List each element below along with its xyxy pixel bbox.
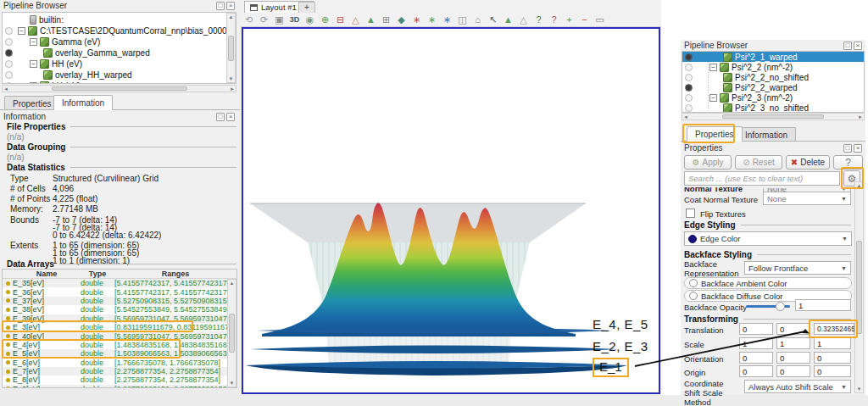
scale-y-field[interactable]: 1	[776, 337, 810, 349]
E_6[eV][interactable]: E_6[eV] double [1.7666735078, 1.76667350…	[3, 359, 236, 367]
tab-information-right[interactable]: Information	[737, 127, 796, 142]
hover-cells-icon[interactable]: △	[517, 14, 530, 26]
pipeline-item[interactable]: − Psi^2_3_no_shifted	[682, 103, 864, 113]
orientation-x-field[interactable]: 0	[739, 352, 773, 364]
pipeline-item[interactable]: − LH (eV)	[3, 81, 236, 84]
visibility-eye-icon[interactable]	[685, 94, 693, 102]
coat-normal-texture-dropdown[interactable]: None▼	[763, 192, 851, 205]
visibility-eye-icon[interactable]	[5, 60, 13, 68]
close-panel-icon[interactable]: ×	[226, 113, 235, 121]
E_40[eV][interactable]: E_40[eV] double [5.56959731047, 5.569597…	[3, 331, 236, 340]
zoom-to-data-icon[interactable]: ⊟	[334, 14, 347, 26]
pipeline-item[interactable]: − Psi^2_2 (nm^-2)	[682, 62, 864, 72]
translation-y-field[interactable]: 0	[776, 323, 810, 335]
toggle-2d-3d-icon[interactable]: 3D	[288, 14, 301, 26]
E_35[eV][interactable]: E_35[eV] double [5.41557742317, 5.415577…	[3, 279, 236, 287]
expander-icon[interactable]: −	[30, 82, 37, 84]
scale-z-field[interactable]: 1	[814, 337, 851, 349]
expander-icon[interactable]: −	[30, 60, 37, 68]
E_8[eV][interactable]: E_8[eV] double [2.2758877354, 2.27588773…	[3, 375, 236, 384]
pipeline-item[interactable]: − overlay_HH_warped	[3, 70, 236, 81]
E_5[eV][interactable]: E_5[eV] double [1.50389066563, 1.5038906…	[3, 349, 236, 358]
select-block-icon[interactable]: ◆	[395, 14, 408, 26]
capture-screenshot-icon[interactable]: ▣	[273, 14, 286, 26]
new-layout-tab[interactable]: +	[298, 2, 315, 13]
rubber-band-zoom-icon[interactable]: ⊞	[380, 14, 392, 26]
E_38[eV][interactable]: E_38[eV] double [5.54527553849, 5.545275…	[3, 305, 236, 314]
pipeline-item[interactable]: − Psi^2_2_warped	[682, 82, 864, 92]
expander-icon[interactable]: −	[709, 64, 717, 71]
translation-x-field[interactable]: 0	[739, 323, 773, 335]
close-panel-icon[interactable]: ×	[854, 42, 862, 50]
origin-z-field[interactable]: 0	[814, 365, 851, 377]
expander-icon[interactable]: −	[30, 38, 37, 46]
pipeline-item[interactable]: − overlay_Gamma_warped	[3, 47, 236, 58]
E_7[eV][interactable]: E_7[eV] double [2.2758877354, 2.27588773…	[3, 367, 236, 375]
clear-selection-icon[interactable]: ▭	[593, 14, 606, 26]
properties-vscrollbar[interactable]: ▲ ▼	[854, 181, 864, 393]
reset-camera-icon[interactable]: ⊕	[319, 14, 331, 26]
visibility-eye-icon[interactable]	[685, 84, 693, 92]
pipeline-item[interactable]: − Psi^2_1_warped	[682, 52, 864, 62]
float-panel-icon[interactable]: □	[216, 113, 225, 121]
help-button[interactable]: ?	[833, 155, 863, 170]
reset-button[interactable]: ⊘Reset	[735, 155, 782, 170]
E_36[eV][interactable]: E_36[eV] double [5.41557742317, 5.415577…	[3, 287, 236, 296]
grow-selection-icon[interactable]: +	[563, 14, 576, 26]
visibility-eye-icon[interactable]	[5, 49, 13, 57]
expander-icon[interactable]: −	[709, 94, 717, 102]
backface-ambient-color-button[interactable]: Backface Ambient Color	[684, 277, 852, 289]
pipeline-item[interactable]: − Gamma (eV)	[3, 36, 236, 47]
pipeline-item[interactable]: − Psi^2_2_no_shifted	[682, 72, 864, 82]
orientation-y-field[interactable]: 0	[776, 352, 810, 364]
E_39[eV][interactable]: E_39[eV] double [5.56959731047, 5.569597…	[3, 314, 236, 323]
zoom-magnifier-icon[interactable]: ◉	[303, 14, 316, 26]
pipeline-item[interactable]: − C:\TESTCASE\2DQuantumCorral_nnp\bias_0…	[3, 25, 236, 36]
interactive-select-cells-icon[interactable]: ∗	[441, 14, 453, 26]
query-cells-icon[interactable]: ?	[532, 14, 545, 26]
tab-properties-left[interactable]: Properties	[4, 96, 60, 110]
close-panel-icon[interactable]: ×	[226, 2, 235, 10]
E_3[eV][interactable]: E_3[eV] double [0.831195911679, 0.831195…	[3, 323, 236, 331]
right-pipeline-tree[interactable]: − Psi^2_1_warped − Psi^2_2 (nm^-2) − Psi…	[682, 51, 865, 113]
query-points-icon[interactable]: ?	[548, 14, 560, 26]
pipeline-item[interactable]: − builtin:	[3, 14, 236, 25]
table-vscrollbar[interactable]: ▲ ▼	[227, 279, 236, 387]
orientation-z-field[interactable]: 0	[814, 352, 851, 364]
scale-x-field[interactable]: 1	[739, 337, 773, 349]
visibility-eye-icon[interactable]	[685, 53, 693, 61]
right-tree-hscrollbar[interactable]: ◄ ►	[682, 113, 865, 120]
backface-opacity-value[interactable]: 1	[795, 299, 851, 311]
pointer-icon[interactable]: ↖	[487, 14, 499, 26]
interactive-select-points-icon[interactable]: ▲	[502, 14, 515, 26]
pipeline-item[interactable]: − Psi^2_3 (nm^-2)	[682, 92, 864, 103]
E_9[eV][interactable]: E_9[eV] double [2.82770080152, 2.8277008…	[3, 385, 236, 388]
left-tree-vscrollbar[interactable]: ▲ ▼	[226, 13, 236, 83]
visibility-eye-icon[interactable]	[5, 71, 13, 79]
close-panel-icon[interactable]: ×	[854, 144, 862, 153]
search-input[interactable]: Search ... (use Esc to clear text)	[684, 171, 840, 186]
select-cells-through-icon[interactable]: ∗	[410, 14, 423, 26]
pipeline-item[interactable]: − HH (eV)	[3, 58, 236, 70]
rubber-band-select-icon[interactable]: ▲	[364, 14, 377, 26]
coordinate-shift-dropdown[interactable]: Always Auto Shift Scale▼	[744, 380, 851, 393]
visibility-eye-icon[interactable]	[5, 27, 13, 35]
flip-textures-checkbox[interactable]	[686, 209, 695, 218]
data-arrays-table[interactable]: Name Type Ranges E_35[eV] double [5.4155…	[2, 269, 237, 388]
backface-opacity-slider[interactable]	[746, 300, 790, 312]
E_37[eV][interactable]: E_37[eV] double [5.52750908315, 5.527509…	[3, 297, 236, 305]
float-panel-icon[interactable]: □	[843, 144, 852, 153]
float-panel-icon[interactable]: □	[843, 42, 852, 50]
visibility-eye-icon[interactable]	[685, 64, 693, 71]
backface-representation-dropdown[interactable]: Follow Frontface▼	[744, 261, 851, 275]
apply-button[interactable]: ⚙Apply	[684, 155, 732, 170]
delete-button[interactable]: ✖Delete	[786, 155, 830, 170]
visibility-eye-icon[interactable]	[5, 38, 13, 46]
camera-home-icon[interactable]: ⌂	[471, 14, 484, 26]
origin-x-field[interactable]: 0	[739, 365, 773, 377]
E_4[eV][interactable]: E_4[eV] double [1.48384835168, 1.4838483…	[3, 341, 236, 349]
shrink-selection-icon[interactable]: −	[578, 14, 591, 26]
camera-undo-icon[interactable]: ⟲	[242, 14, 255, 26]
tab-properties-right[interactable]: Properties	[687, 126, 743, 142]
select-points-through-icon[interactable]: ∗	[426, 14, 438, 26]
